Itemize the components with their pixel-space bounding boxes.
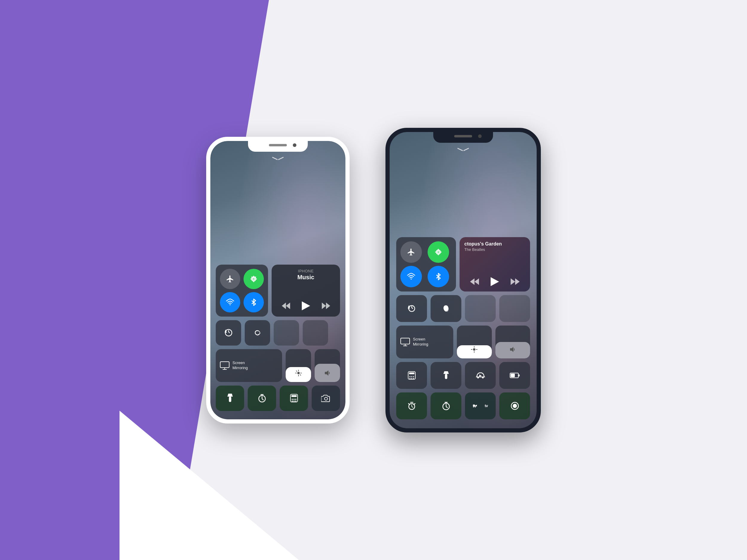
connectivity-block [216,265,268,317]
row4-dark [396,362,530,389]
svg-point-30 [293,399,294,400]
svg-rect-28 [291,395,297,397]
svg-marker-47 [515,278,520,285]
notch-white [248,141,308,152]
speaker [269,144,287,146]
screen-mirroring-button[interactable]: ScreenMirroring [216,349,282,382]
rotation-lock-button[interactable] [216,320,241,346]
top-row: IPHONE Music [216,265,340,317]
svg-point-34 [295,401,297,402]
svg-point-60 [411,376,412,377]
svg-marker-12 [322,302,326,309]
carplay-button-dark[interactable] [465,362,496,389]
svg-point-62 [409,378,411,379]
svg-marker-56 [510,347,513,352]
screen-mirroring-button-dark[interactable]: ScreenMirroring [396,325,453,358]
iphone-dark: ctopus's Garden The Beatles [385,128,541,432]
alarm-button-dark[interactable] [396,393,427,419]
svg-point-31 [295,399,297,400]
music-widget-dark[interactable]: ctopus's Garden The Beatles [460,237,530,292]
do-not-disturb-button[interactable] [245,320,270,346]
svg-rect-65 [445,374,447,379]
camera-dark [478,134,482,138]
svg-rect-69 [511,374,515,377]
music-widget[interactable]: IPHONE Music [272,265,340,317]
camera [293,143,297,147]
volume-slider-dark[interactable] [495,325,530,358]
bluetooth-button-dark[interactable] [428,266,449,287]
second-row-dark [396,295,530,322]
svg-rect-58 [409,372,414,374]
rotation-lock-button-dark[interactable] [396,295,427,322]
svg-point-33 [293,401,294,402]
brightness-slider[interactable] [286,349,311,382]
svg-rect-50 [401,338,410,344]
rewind-button[interactable] [282,302,290,311]
song-info: ctopus's Garden The Beatles [464,241,525,252]
svg-marker-9 [286,302,290,309]
brightness-icon-dark [471,346,478,354]
flashlight-button[interactable] [216,385,244,411]
forward-button[interactable] [322,302,330,311]
phones-container: IPHONE Music [206,128,541,432]
screen-record-button-dark[interactable] [499,393,530,419]
airplane-mode-button-dark[interactable] [401,241,422,263]
svg-line-7 [255,276,256,277]
wifi-button-dark[interactable] [401,266,422,287]
calculator-button-dark[interactable] [396,362,427,389]
wifi-button[interactable] [220,292,240,313]
svg-marker-45 [491,277,499,286]
svg-point-51 [473,348,475,351]
timer-button[interactable] [248,385,276,411]
svg-marker-24 [325,370,328,376]
volume-icon-dark [510,346,516,354]
svg-point-64 [413,378,414,379]
camera-button[interactable] [312,385,340,411]
battery-button-dark[interactable] [499,362,530,389]
svg-point-17 [297,372,300,374]
flashlight-button-dark[interactable] [431,362,461,389]
do-not-disturb-button-dark[interactable] [431,295,461,322]
svg-line-23 [300,375,301,375]
brightness-slider-dark[interactable] [457,325,491,358]
sliders-row-dark: ScreenMirroring [396,325,530,358]
playback-controls [276,301,336,313]
cellular-button-dark[interactable] [428,241,449,263]
phone-white-screen: IPHONE Music [210,141,345,419]
calculator-button[interactable] [280,385,308,411]
phone-dark-screen: ctopus's Garden The Beatles [390,132,537,428]
play-button[interactable] [302,301,310,313]
forward-button-dark[interactable] [511,278,520,286]
empty-slot-1 [274,320,299,346]
svg-point-35 [325,397,328,400]
airplane-mode-button[interactable] [220,269,240,289]
cellular-button[interactable] [243,269,264,289]
play-button-dark[interactable] [491,277,499,287]
appletv-button-dark[interactable]: tv tv [465,393,496,419]
volume-slider[interactable] [315,349,340,382]
svg-point-1 [253,278,255,280]
svg-point-63 [411,378,412,379]
notch-dark [433,132,493,143]
empty-slot-2 [303,320,328,346]
drag-handle-dark[interactable] [456,148,471,154]
bottom-row-dark: tv tv [396,393,530,419]
appletv-label: tv [485,403,488,408]
timer-button-dark[interactable] [431,393,461,419]
brightness-icon [295,370,302,378]
svg-point-59 [409,376,411,377]
svg-point-8 [230,304,231,305]
screen-mirroring-label: ScreenMirroring [232,361,248,371]
bluetooth-button[interactable] [243,292,264,313]
svg-point-32 [292,401,293,402]
svg-marker-13 [326,302,330,309]
svg-rect-16 [220,362,229,368]
top-row-dark: ctopus's Garden The Beatles [396,237,530,292]
svg-point-76 [513,404,517,408]
drag-handle[interactable] [271,157,285,162]
music-title-label: Music [297,274,314,281]
svg-marker-43 [474,278,479,285]
sliders-row: ScreenMirroring [216,349,340,382]
rewind-button-dark[interactable] [470,278,479,286]
connectivity-block-dark [396,237,456,292]
